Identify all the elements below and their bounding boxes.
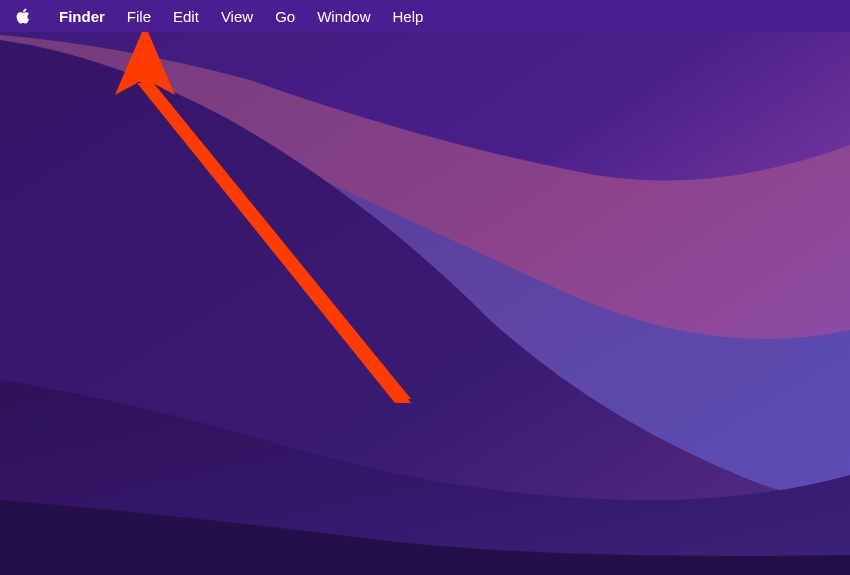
menu-go[interactable]: Go — [264, 0, 306, 32]
apple-logo-icon — [15, 7, 33, 25]
menubar: Finder File Edit View Go Window Help — [0, 0, 850, 32]
menu-edit[interactable]: Edit — [162, 0, 210, 32]
desktop: Finder File Edit View Go Window Help — [0, 0, 850, 575]
menu-window[interactable]: Window — [306, 0, 381, 32]
menu-help[interactable]: Help — [382, 0, 435, 32]
menu-view[interactable]: View — [210, 0, 264, 32]
wallpaper-background — [0, 0, 850, 575]
apple-menu[interactable] — [12, 0, 36, 32]
menu-file[interactable]: File — [116, 0, 162, 32]
menu-app-name[interactable]: Finder — [48, 0, 116, 32]
